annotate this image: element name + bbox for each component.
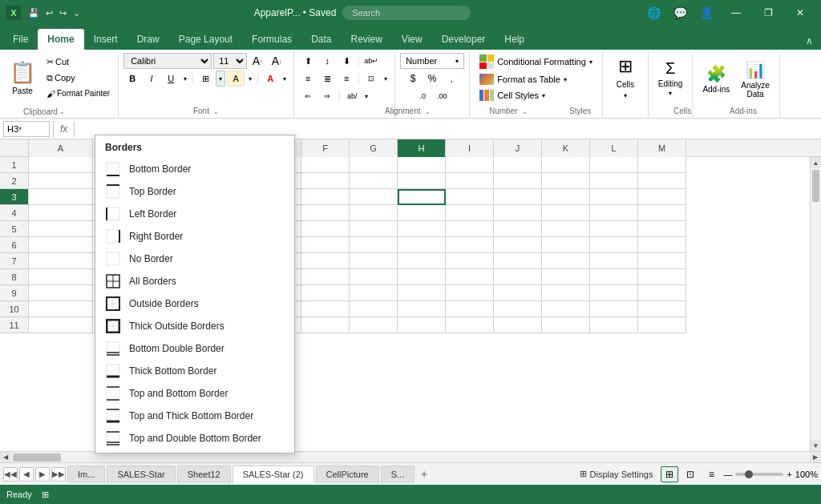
cell-m6[interactable] [638,237,686,253]
tab-insert[interactable]: Insert [84,29,127,50]
cell-i6[interactable] [446,237,494,253]
cell-f2[interactable] [301,173,350,189]
border-item-top-bottom[interactable]: Top and Bottom Border [95,382,294,405]
cell-a9[interactable] [29,285,93,301]
row-header-10[interactable]: 10 [0,301,29,317]
zoom-in-btn[interactable]: + [787,470,791,479]
cell-j1[interactable] [494,157,542,173]
minimize-button[interactable]: — [722,0,750,26]
border-item-left[interactable]: Left Border [95,203,294,225]
undo-qa-btn[interactable]: ↩ [43,6,55,20]
addins-button[interactable]: 🧩 Add-ins [698,54,734,104]
scroll-down-btn[interactable]: ▼ [811,440,821,451]
cell-f10[interactable] [301,301,350,317]
cell-f5[interactable] [301,221,350,237]
cell-l5[interactable] [590,221,638,237]
clipboard-expand-icon[interactable]: ⌄ [59,108,65,115]
save-qa-btn[interactable]: 💾 [26,6,42,20]
cell-m5[interactable] [638,221,686,237]
fill-color-button[interactable]: A [227,71,245,87]
border-item-bottom-double[interactable]: Bottom Double Border [95,337,294,360]
cell-reference-box[interactable]: H3 ▾ [3,121,50,137]
tab-view[interactable]: View [392,29,432,50]
cell-h3[interactable] [398,189,446,205]
cell-g8[interactable] [350,269,398,285]
row-header-3[interactable]: 3 [0,189,29,205]
comma-btn[interactable]: , [443,71,460,87]
cell-g4[interactable] [350,205,398,221]
tab-data[interactable]: Data [301,29,341,50]
italic-button[interactable]: I [143,71,160,87]
left-align-btn[interactable]: ≡ [299,71,317,87]
sheet-tab-cellpicture[interactable]: CellPicture [316,466,379,483]
border-button[interactable]: ⊞ [196,71,214,87]
cell-k6[interactable] [542,237,590,253]
accessibility-icon[interactable]: ⊞ [42,490,49,500]
sheet-tab-sales-star-2[interactable]: SALES-Star (2) [233,466,314,483]
tab-developer[interactable]: Developer [432,29,495,50]
cell-i7[interactable] [446,253,494,269]
underline-dropdown-btn[interactable]: ▾ [181,71,189,87]
cell-j9[interactable] [494,285,542,301]
user-icon[interactable]: 👤 [695,3,718,22]
corner-cell[interactable] [0,139,29,157]
cell-g10[interactable] [350,301,398,317]
increase-font-btn[interactable]: A↑ [249,53,266,69]
cell-f6[interactable] [301,237,350,253]
cell-l3[interactable] [590,189,638,205]
decrease-font-btn[interactable]: A↓ [268,53,285,69]
border-item-top[interactable]: Top Border [95,180,294,203]
bottom-align-btn[interactable]: ⬇ [338,53,355,69]
row-header-8[interactable]: 8 [0,269,29,285]
cell-m7[interactable] [638,253,686,269]
sheet-tab-im[interactable]: Im... [67,466,105,483]
cell-h4[interactable] [398,205,446,221]
indent-increase-btn[interactable]: ⇒ [318,88,336,104]
font-expand-icon[interactable]: ⌄ [213,108,219,115]
cell-i2[interactable] [446,173,494,189]
col-header-j[interactable]: J [494,139,542,157]
merge-btn[interactable]: ⊡ [362,71,380,87]
cell-h9[interactable] [398,285,446,301]
cell-a2[interactable] [29,173,93,189]
tab-home[interactable]: Home [38,29,83,50]
decimal-decrease-btn[interactable]: .00 [433,88,451,104]
orientation-btn[interactable]: ab/ [343,88,361,104]
indent-decrease-btn[interactable]: ⇐ [299,88,317,104]
cell-a1[interactable] [29,157,93,173]
cell-styles-btn[interactable]: Cell Styles ▾ [475,88,597,103]
cell-k7[interactable] [542,253,590,269]
cell-m1[interactable] [638,157,686,173]
vertical-scrollbar[interactable]: ▲ ▼ [810,157,821,451]
cell-i3[interactable] [446,189,494,205]
border-dropdown-btn[interactable]: ▾ [216,71,225,87]
alignment-expand-icon[interactable]: ⌄ [425,108,431,115]
col-header-f[interactable]: F [301,139,350,157]
cell-i11[interactable] [446,317,494,333]
title-search-input[interactable] [342,6,471,20]
format-as-table-btn[interactable]: Format as Table ▾ [475,72,597,87]
cell-m3[interactable] [638,189,686,205]
page-layout-view-btn[interactable]: ⊡ [681,466,699,482]
cell-j5[interactable] [494,221,542,237]
cell-i10[interactable] [446,301,494,317]
cell-g2[interactable] [350,173,398,189]
cell-m10[interactable] [638,301,686,317]
top-align-btn[interactable]: ⬆ [299,53,317,69]
border-item-bottom[interactable]: Bottom Border [95,158,294,180]
zoom-slider[interactable] [735,473,783,476]
cell-l4[interactable] [590,205,638,221]
cell-l8[interactable] [590,269,638,285]
border-item-thick-outside[interactable]: Thick Outside Borders [95,315,294,337]
number-format-select[interactable]: Number ▾ [400,53,464,69]
cell-j6[interactable] [494,237,542,253]
bold-button[interactable]: B [123,71,141,87]
cell-k11[interactable] [542,317,590,333]
format-painter-button[interactable]: 🖌 Format Painter [43,86,113,101]
cell-a4[interactable] [29,205,93,221]
border-item-all[interactable]: All Borders [95,270,294,292]
analyze-data-button[interactable]: 📊 AnalyzeData [736,54,774,104]
font-color-button[interactable]: A [261,71,279,87]
copy-button[interactable]: ⧉ Copy [43,71,113,86]
cell-m4[interactable] [638,205,686,221]
